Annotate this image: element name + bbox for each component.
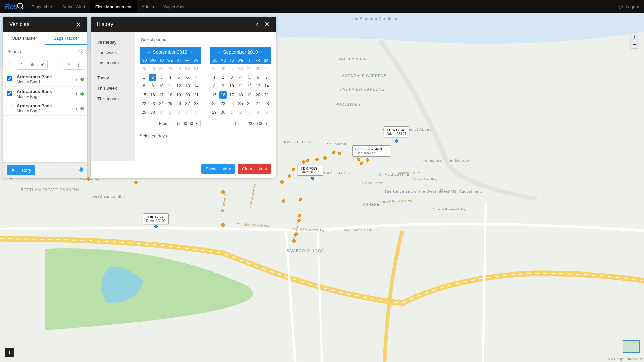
calendar-day[interactable]: 11 [166,82,174,90]
map-marker-dot[interactable] [221,223,225,227]
calendar-day[interactable]: 2 [148,73,157,82]
calendar-day[interactable]: 5 [262,108,271,117]
vehicles-close-button[interactable] [74,20,83,29]
calendar-day[interactable]: 18 [236,90,245,99]
calendar-day[interactable]: 26 [174,99,183,108]
calendar-day[interactable]: 13 [254,82,262,90]
calendar-day[interactable]: 1 [210,73,219,82]
vehicle-checkbox[interactable] [7,90,12,96]
map-marker-dot[interactable] [315,158,319,161]
calendar-day[interactable]: 20 [254,90,262,99]
calendar-day[interactable]: 5 [245,73,254,82]
calendar-day[interactable]: 4 [183,108,192,117]
calendar-day[interactable]: 17 [227,90,236,99]
vehicle-search-input[interactable] [7,47,75,56]
calendar-day[interactable]: 3 [245,108,254,117]
map-marker-dot[interactable] [357,158,360,161]
nav-item-admin[interactable]: Admin [137,0,159,13]
calendar-day[interactable]: 16 [148,90,157,99]
calendar-day[interactable]: 3 [227,73,236,82]
calendar-day[interactable]: 9 [148,82,157,90]
calendar-day[interactable]: 8 [210,82,219,90]
calendar-day[interactable]: 1 [140,73,148,82]
calendar-day[interactable]: 9 [219,82,227,90]
nav-item-fleet-management[interactable]: Fleet Management [90,0,137,13]
calendar-day[interactable]: 15 [140,90,148,99]
map-marker-dot[interactable] [366,158,369,162]
map-marker-dot[interactable] [280,180,284,184]
calendar-day[interactable]: 1 [157,108,166,117]
map-marker-dot[interactable] [298,214,301,217]
clear-history-button[interactable]: Clear History [238,164,271,174]
calendar-day[interactable]: 11 [236,82,245,90]
map-marker-label[interactable]: TDK 1753Driver 1C109 [143,213,169,224]
calendar-day[interactable]: 19 [174,90,183,99]
center-button[interactable] [63,60,73,69]
select-all-checkbox[interactable] [9,62,14,67]
calendar-day[interactable]: 3 [157,73,166,82]
quick-range-this-week[interactable]: This week [91,83,135,94]
calendar-day[interactable]: 7 [262,73,271,82]
calendar-day[interactable]: 24 [157,99,166,108]
map-marker-dot[interactable] [302,160,305,164]
info-button[interactable]: i [5,348,14,357]
quick-range-this-month[interactable]: This month [91,94,135,104]
calendar-day[interactable]: 2 [219,73,227,82]
calendar-day[interactable]: 29 [174,64,183,73]
map-marker-dot[interactable] [292,168,295,171]
map-marker-dot[interactable] [311,177,314,180]
map-marker-dot[interactable] [288,174,291,178]
calendar-day[interactable]: 25 [166,99,174,108]
logout-button[interactable]: Logout [614,4,644,9]
more-button[interactable] [73,60,84,69]
calendar-day[interactable]: 10 [227,82,236,90]
calendar-day[interactable]: 26 [148,64,157,73]
calendar-day[interactable]: 31 [262,64,271,73]
quick-range-yesterday[interactable]: Yesterday [91,37,135,47]
map-marker-dot[interactable] [297,219,301,222]
zoom-in-button[interactable]: + [631,33,638,41]
calendar-day[interactable]: 8 [140,82,148,90]
calendar-day[interactable]: 3 [174,108,183,117]
map-marker-dot[interactable] [395,139,398,143]
calendar-day[interactable]: 23 [148,99,157,108]
calendar-day[interactable]: 30 [183,64,192,73]
map-marker-dot[interactable] [292,239,296,243]
show-history-button[interactable]: Show History [201,164,235,174]
sort-button[interactable] [17,60,27,69]
calendar-day[interactable]: 4 [236,73,245,82]
calendar-day[interactable]: 7 [192,73,201,82]
calendar-day[interactable]: 27 [157,64,166,73]
map-marker-dot[interactable] [332,151,335,154]
vehicle-checkbox[interactable] [7,105,12,110]
calendar-day[interactable]: 22 [210,99,219,108]
calendar-day[interactable]: 21 [192,90,201,99]
calendar-day[interactable]: 1 [227,108,236,117]
map-marker-dot[interactable] [306,159,309,162]
calendar-day[interactable]: 23 [219,99,227,108]
calendar-day[interactable]: 27 [227,64,236,73]
map-marker-dot[interactable] [282,199,285,203]
to-time-select[interactable]: 23:00:00▼ [245,120,271,127]
calendar-day[interactable]: 28 [236,64,245,73]
calendar-day[interactable]: 12 [245,82,254,90]
calendar-day[interactable]: 5 [192,108,201,117]
calendar-day[interactable]: 21 [262,90,271,99]
vehicles-tab-bags-tracker[interactable]: Bags Tracker [45,32,87,45]
vehicle-list-item[interactable]: Artocarpus BankMoney Bag 1i [3,72,87,87]
calendar-day[interactable]: 10 [157,82,166,90]
nav-item-amber-alert[interactable]: Amber Alert [57,0,90,13]
locate-button[interactable] [37,60,47,69]
filter-status-button[interactable] [27,60,37,69]
calendar-day[interactable]: 2 [166,108,174,117]
cal1-next-button[interactable]: » [190,50,192,54]
calendar-day[interactable]: 25 [140,64,148,73]
calendar-day[interactable]: 27 [254,99,262,108]
zoom-out-button[interactable]: − [631,41,638,48]
calendar-day[interactable]: 30 [219,108,227,117]
calendar-day[interactable]: 30 [254,64,262,73]
map-marker-label[interactable]: TDK-1234Driver 2B111 [384,126,409,137]
vehicle-list-item[interactable]: Artocarpus BankMoney Bag 3i [3,101,87,116]
calendar-day[interactable]: 14 [262,82,271,90]
calendar-day[interactable]: 16 [219,90,227,99]
